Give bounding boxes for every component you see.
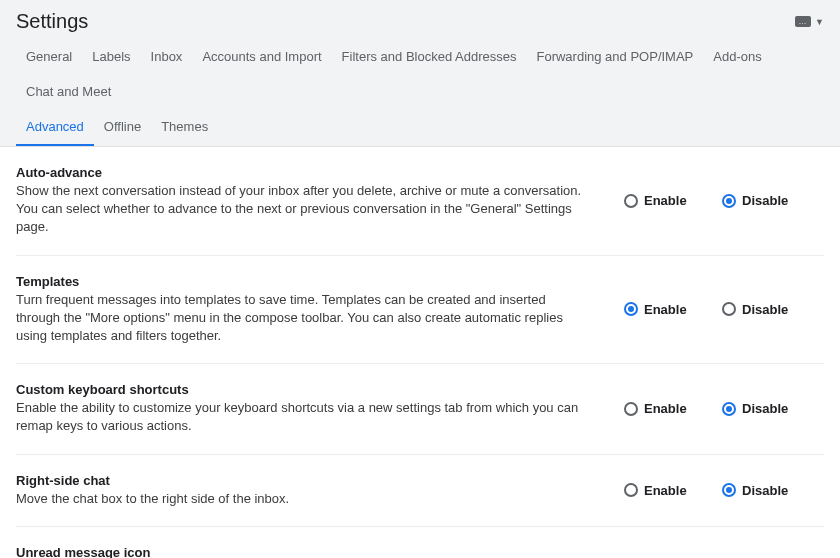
setting-title: Unread message icon: [16, 545, 584, 558]
tab-add-ons[interactable]: Add-ons: [703, 41, 771, 76]
radio-disable[interactable]: Disable: [722, 302, 794, 317]
setting-text: Custom keyboard shortcutsEnable the abil…: [16, 382, 604, 435]
setting-text: Auto-advanceShow the next conversation i…: [16, 165, 604, 237]
settings-header: Settings … ▼ GeneralLabelsInboxAccounts …: [0, 0, 840, 147]
radio-button-icon: [722, 302, 736, 316]
setting-options: EnableDisable: [624, 193, 824, 208]
radio-label: Disable: [742, 302, 788, 317]
tab-themes[interactable]: Themes: [151, 111, 218, 146]
tab-general[interactable]: General: [16, 41, 82, 76]
setting-text: TemplatesTurn frequent messages into tem…: [16, 274, 604, 346]
tab-accounts-and-import[interactable]: Accounts and Import: [192, 41, 331, 76]
radio-label: Enable: [644, 302, 687, 317]
setting-unread-message-icon: Unread message iconSee how many unread m…: [16, 527, 824, 558]
radio-enable[interactable]: Enable: [624, 401, 696, 416]
tab-advanced[interactable]: Advanced: [16, 111, 94, 146]
setting-description: Move the chat box to the right side of t…: [16, 490, 584, 508]
setting-text: Right-side chatMove the chat box to the …: [16, 473, 604, 508]
input-tool-chip: …: [795, 16, 812, 27]
radio-button-icon: [624, 194, 638, 208]
settings-tabs-row2: AdvancedOfflineThemes: [16, 111, 824, 146]
tab-offline[interactable]: Offline: [94, 111, 151, 146]
setting-description: Turn frequent messages into templates to…: [16, 291, 584, 346]
setting-text: Unread message iconSee how many unread m…: [16, 545, 604, 558]
settings-content: Auto-advanceShow the next conversation i…: [0, 147, 840, 558]
radio-enable[interactable]: Enable: [624, 302, 696, 317]
setting-options: EnableDisable: [624, 483, 824, 498]
radio-label: Enable: [644, 193, 687, 208]
page-title: Settings: [16, 10, 88, 33]
setting-title: Right-side chat: [16, 473, 584, 488]
tab-chat-and-meet[interactable]: Chat and Meet: [16, 76, 121, 111]
radio-button-icon: [722, 402, 736, 416]
setting-title: Templates: [16, 274, 584, 289]
radio-enable[interactable]: Enable: [624, 483, 696, 498]
radio-button-icon: [722, 194, 736, 208]
radio-disable[interactable]: Disable: [722, 483, 794, 498]
setting-title: Custom keyboard shortcuts: [16, 382, 584, 397]
setting-description: Show the next conversation instead of yo…: [16, 182, 584, 237]
radio-label: Disable: [742, 401, 788, 416]
settings-tabs-row1: GeneralLabelsInboxAccounts and ImportFil…: [16, 41, 824, 111]
setting-options: EnableDisable: [624, 302, 824, 317]
setting-templates: TemplatesTurn frequent messages into tem…: [16, 256, 824, 365]
radio-disable[interactable]: Disable: [722, 193, 794, 208]
setting-auto-advance: Auto-advanceShow the next conversation i…: [16, 147, 824, 256]
tab-labels[interactable]: Labels: [82, 41, 140, 76]
chevron-down-icon: ▼: [815, 17, 824, 27]
setting-options: EnableDisable: [624, 401, 824, 416]
radio-button-icon: [624, 402, 638, 416]
radio-label: Enable: [644, 401, 687, 416]
radio-disable[interactable]: Disable: [722, 401, 794, 416]
radio-button-icon: [624, 302, 638, 316]
input-tool-selector[interactable]: … ▼: [795, 16, 824, 27]
setting-custom-keyboard-shortcuts: Custom keyboard shortcutsEnable the abil…: [16, 364, 824, 454]
radio-label: Disable: [742, 193, 788, 208]
radio-enable[interactable]: Enable: [624, 193, 696, 208]
radio-button-icon: [624, 483, 638, 497]
title-row: Settings … ▼: [16, 10, 824, 41]
tab-inbox[interactable]: Inbox: [141, 41, 193, 76]
radio-button-icon: [722, 483, 736, 497]
tab-forwarding-and-pop-imap[interactable]: Forwarding and POP/IMAP: [526, 41, 703, 76]
tab-filters-and-blocked-addresses[interactable]: Filters and Blocked Addresses: [332, 41, 527, 76]
setting-description: Enable the ability to customize your key…: [16, 399, 584, 435]
radio-label: Enable: [644, 483, 687, 498]
setting-title: Auto-advance: [16, 165, 584, 180]
radio-label: Disable: [742, 483, 788, 498]
setting-right-side-chat: Right-side chatMove the chat box to the …: [16, 455, 824, 527]
